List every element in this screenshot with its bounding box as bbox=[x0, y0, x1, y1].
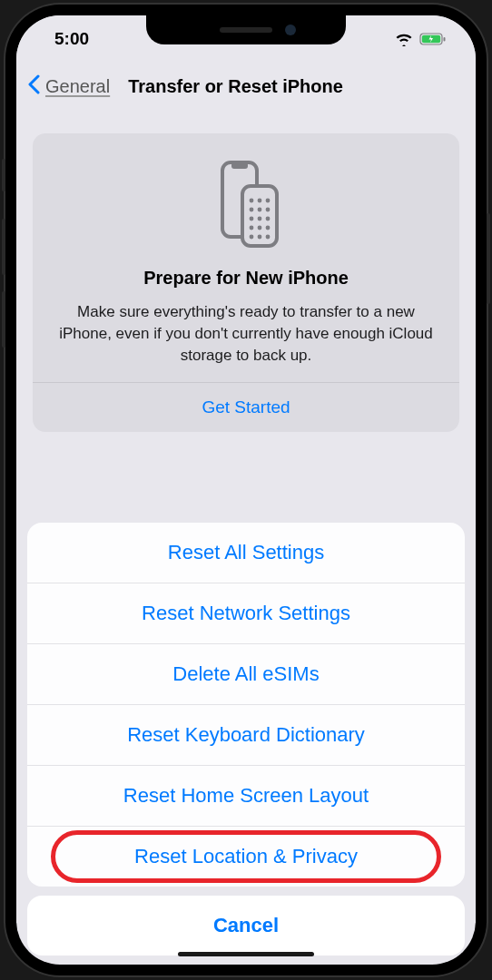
svg-point-14 bbox=[266, 217, 271, 221]
nav-bar: General Transfer or Reset iPhone bbox=[16, 63, 476, 110]
prepare-card-title: Prepare for New iPhone bbox=[53, 268, 439, 289]
svg-rect-4 bbox=[231, 162, 248, 169]
svg-point-12 bbox=[250, 217, 254, 221]
svg-point-7 bbox=[258, 199, 262, 203]
home-indicator[interactable] bbox=[178, 952, 314, 956]
reset-network-settings-button[interactable]: Reset Network Settings bbox=[27, 583, 465, 644]
svg-point-18 bbox=[250, 235, 254, 240]
content: Prepare for New iPhone Make sure everyth… bbox=[16, 110, 476, 432]
wifi-icon bbox=[395, 33, 413, 46]
back-chevron-icon[interactable] bbox=[27, 74, 40, 99]
svg-point-11 bbox=[266, 208, 271, 212]
get-started-button[interactable]: Get Started bbox=[53, 383, 439, 432]
reset-keyboard-dictionary-button[interactable]: Reset Keyboard Dictionary bbox=[27, 705, 465, 766]
prepare-icon bbox=[53, 159, 439, 250]
page-title: Transfer or Reset iPhone bbox=[128, 76, 343, 97]
svg-rect-1 bbox=[444, 37, 446, 42]
back-button[interactable]: General bbox=[45, 76, 110, 97]
screen: 5:00 General Transfer or Reset iPhone bbox=[16, 15, 476, 965]
prepare-card: Prepare for New iPhone Make sure everyth… bbox=[33, 133, 459, 432]
status-time: 5:00 bbox=[54, 29, 89, 49]
svg-point-20 bbox=[266, 235, 271, 240]
reset-all-settings-button[interactable]: Reset All Settings bbox=[27, 523, 465, 583]
notch bbox=[146, 15, 346, 44]
delete-all-esims-button[interactable]: Delete All eSIMs bbox=[27, 644, 465, 705]
annotation-highlight bbox=[51, 830, 441, 883]
battery-icon bbox=[419, 33, 447, 46]
cancel-button[interactable]: Cancel bbox=[27, 896, 465, 956]
iphone-frame: 5:00 General Transfer or Reset iPhone bbox=[5, 5, 487, 975]
svg-point-10 bbox=[258, 208, 262, 212]
reset-location-privacy-button[interactable]: Reset Location & Privacy bbox=[27, 827, 465, 887]
action-sheet-list: Reset All Settings Reset Network Setting… bbox=[27, 523, 465, 887]
svg-point-8 bbox=[266, 199, 271, 203]
status-icons bbox=[395, 33, 447, 46]
reset-home-screen-layout-button[interactable]: Reset Home Screen Layout bbox=[27, 766, 465, 827]
svg-point-6 bbox=[250, 199, 254, 203]
svg-point-16 bbox=[258, 226, 262, 230]
action-sheet: Reset All Settings Reset Network Setting… bbox=[16, 523, 476, 965]
svg-point-17 bbox=[266, 226, 271, 230]
prepare-card-description: Make sure everything's ready to transfer… bbox=[53, 301, 439, 366]
svg-point-9 bbox=[250, 208, 254, 212]
svg-point-15 bbox=[250, 226, 254, 230]
svg-point-19 bbox=[258, 235, 262, 240]
svg-point-13 bbox=[258, 217, 262, 221]
